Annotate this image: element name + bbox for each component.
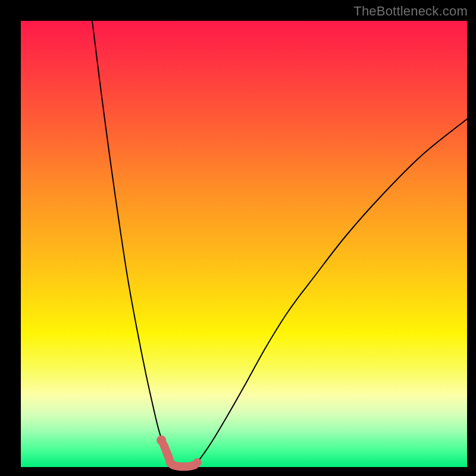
highlight-dot xyxy=(156,436,166,445)
frame-bottom xyxy=(0,467,476,476)
frame-left xyxy=(0,0,21,476)
chart-svg xyxy=(21,21,467,467)
chart-plot-area xyxy=(21,21,467,467)
series-left-curve xyxy=(92,21,170,463)
series-right-curve xyxy=(197,119,467,463)
curve-layer xyxy=(92,21,467,466)
highlight-layer xyxy=(156,436,197,466)
frame-right xyxy=(467,0,476,476)
highlight-segment xyxy=(164,445,198,467)
watermark-text: TheBottleneck.com xyxy=(353,4,468,19)
